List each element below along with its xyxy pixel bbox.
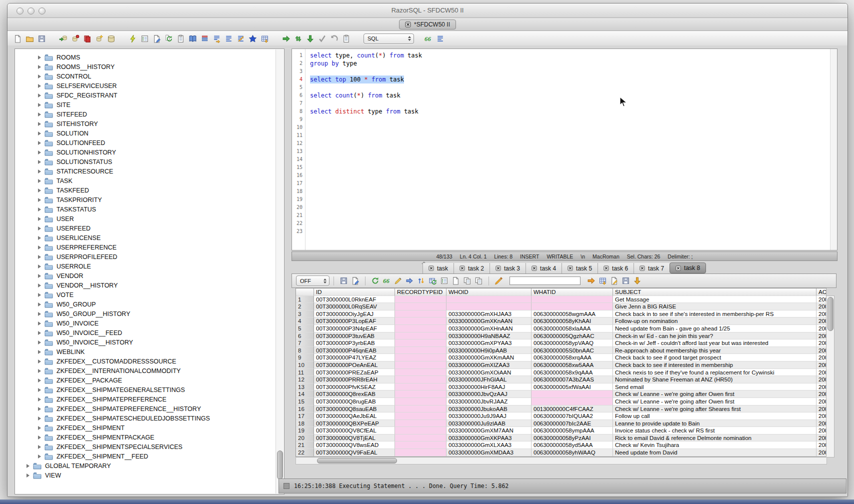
stop-icon[interactable] — [83, 34, 92, 43]
tree-item-taskstatus[interactable]: TASKSTATUS — [16, 204, 276, 214]
cell-id[interactable]: 00T3000000P3N4pEAF — [314, 325, 395, 332]
cell-subject[interactable]: Follow up call — [613, 412, 816, 420]
tree-item-task[interactable]: TASK — [16, 176, 276, 186]
cell-rownum[interactable]: 16 — [296, 406, 314, 413]
database-icon[interactable] — [107, 34, 116, 43]
bookmark-icon[interactable] — [188, 34, 197, 43]
column-header-id[interactable]: ID — [314, 288, 395, 296]
disclosure-triangle-icon[interactable] — [38, 350, 41, 354]
editor-line-15[interactable]: 15 — [292, 164, 837, 172]
editor-line-9[interactable]: 9 — [292, 116, 837, 124]
close-tab-icon[interactable] — [405, 22, 411, 28]
tree-item-scontrol[interactable]: SCONTROL — [16, 72, 276, 81]
import-icon[interactable] — [260, 34, 269, 43]
cell-id[interactable]: 00T3000000L0RqSEAV — [314, 303, 395, 310]
cell-subject[interactable]: Need update from Bain - gave go ahead 1/… — [613, 325, 816, 332]
highlight-icon[interactable] — [494, 276, 503, 285]
disclosure-triangle-icon[interactable] — [38, 246, 41, 250]
cell-ac[interactable]: 200 — [816, 354, 826, 362]
cell-id[interactable]: 00T3000000Q8rugEAB — [314, 398, 395, 406]
refresh-results-icon[interactable] — [371, 276, 380, 285]
cell-id[interactable]: 00T3000000QV9FaEAL — [314, 449, 395, 456]
fetch-all-icon[interactable] — [306, 34, 314, 43]
disclosure-triangle-icon[interactable] — [26, 474, 30, 478]
disclosure-triangle-icon[interactable] — [38, 188, 41, 192]
cell-rownum[interactable]: 3 — [296, 310, 314, 318]
disclosure-triangle-icon[interactable] — [38, 274, 41, 278]
results-vertical-scrollbar[interactable] — [826, 296, 834, 458]
editor-line-10[interactable]: 10 — [292, 124, 837, 132]
resubmit-icon[interactable] — [294, 34, 302, 43]
cell-subject[interactable]: Invoice status check - check w/ RS first — [613, 427, 816, 434]
cell-recordtypeid[interactable] — [395, 325, 446, 332]
editor-line-21[interactable]: 21 — [292, 212, 837, 220]
disclosure-triangle-icon[interactable] — [38, 426, 41, 430]
cell-recordtypeid[interactable] — [395, 398, 446, 406]
view-contents-icon[interactable] — [176, 34, 185, 43]
row-limit-select-stepper[interactable] — [322, 277, 328, 284]
tree-item-zkfedex-shipmategeneralsettings[interactable]: ZKFEDEX__SHIPMATEGENERALSETTINGS — [16, 385, 276, 394]
disclosure-triangle-icon[interactable] — [38, 436, 41, 440]
document-tab[interactable]: *SFDCW50 II — [399, 20, 456, 30]
cell-whoid[interactable]: 0033000000GmXHJAA3 — [446, 310, 532, 318]
cell-ac[interactable]: 200 — [816, 384, 826, 391]
tree-item-selfserviceuser[interactable]: SELFSERVICEUSER — [16, 81, 276, 90]
cell-subject[interactable]: Check back to see if interested in membe… — [613, 362, 816, 369]
cell-id[interactable]: 00T3000000P3yrbEAB — [314, 340, 395, 347]
cell-ac[interactable]: 200 — [816, 340, 826, 347]
cell-whatid[interactable]: 0013000000C4fFCAAZ — [532, 406, 613, 413]
cell-rownum[interactable]: 18 — [296, 420, 314, 428]
cell-subject[interactable]: Check-in w/ Ed - can he join this year? — [613, 332, 816, 340]
cell-whoid[interactable]: 0033000000JFhGlAAL — [446, 376, 532, 384]
cell-ac[interactable]: 200 — [816, 303, 826, 310]
cell-rownum[interactable]: 12 — [296, 376, 314, 384]
editor-line-17[interactable]: 17 — [292, 180, 837, 188]
editor-line-19[interactable]: 19 — [292, 196, 837, 204]
cell-ac[interactable]: 200 — [816, 362, 826, 369]
column-header-subject[interactable]: SUBJECT — [613, 288, 816, 296]
tree-item-userprofilefeed[interactable]: USERPROFILEFEED — [16, 252, 276, 262]
disclosure-triangle-icon[interactable] — [38, 160, 41, 164]
cell-recordtypeid[interactable] — [395, 376, 446, 384]
disclosure-triangle-icon[interactable] — [38, 170, 41, 174]
tree-item-zkfedex-shipmatepreference-history[interactable]: ZKFEDEX__SHIPMATEPREFERENCE__HISTORY — [16, 404, 276, 414]
cell-subject[interactable]: Send email — [613, 384, 816, 391]
cell-rownum[interactable]: 13 — [296, 384, 314, 391]
cell-recordtypeid[interactable] — [395, 427, 446, 434]
tree-item-solutionstatus[interactable]: SOLUTIONSTATUS — [16, 157, 276, 166]
column-header-whatid[interactable]: WHATID — [532, 288, 613, 296]
cell-id[interactable]: 00T3000000Q8sauEAB — [314, 406, 395, 413]
cell-id[interactable]: 00T3000000POeAnEAL — [314, 362, 395, 369]
cell-whatid[interactable]: 00630000007A3bZAAS — [532, 376, 613, 384]
cell-whoid[interactable]: 0033000000GmXM7AAN — [446, 427, 532, 434]
cell-recordtypeid[interactable] — [395, 406, 446, 413]
tree-item-global-temporary[interactable]: GLOBAL TEMPORARY — [16, 461, 276, 470]
cell-whatid[interactable]: 006300000058ympAAA — [532, 427, 613, 434]
cell-rownum[interactable]: 22 — [296, 449, 314, 456]
cell-subject[interactable]: Check-in w/ Jeff - couldn't afford last … — [613, 340, 816, 347]
cell-rownum[interactable]: 19 — [296, 427, 314, 434]
cell-recordtypeid[interactable] — [395, 434, 446, 442]
cell-ac[interactable]: 200 — [816, 296, 826, 304]
cell-whoid[interactable]: 0033000000Ju9J9AAJ — [446, 412, 532, 420]
export-table-icon[interactable] — [598, 276, 607, 285]
disclosure-triangle-icon[interactable] — [38, 56, 41, 60]
tree-item-zkfedex-shipmatescheduledjobssettings[interactable]: ZKFEDEX__SHIPMATESCHEDULEDJOBSSETTINGS — [16, 414, 276, 423]
cell-ac[interactable]: 200 — [816, 369, 826, 376]
sort-search-icon[interactable] — [417, 276, 426, 285]
tree-item-rooms[interactable]: ROOMS — [16, 52, 276, 62]
execute-sql-icon[interactable] — [128, 34, 137, 43]
editor-line-13[interactable]: 13 — [292, 148, 837, 156]
cell-id[interactable]: 00T3000000PREZaEAP — [314, 369, 395, 376]
quote-results-icon[interactable]: 66 — [382, 276, 391, 285]
disclosure-triangle-icon[interactable] — [38, 179, 41, 183]
cell-rownum[interactable]: 2 — [296, 303, 314, 310]
results-list-icon[interactable] — [436, 34, 444, 43]
cell-whatid[interactable]: 006300000058x9qAAA — [532, 369, 613, 376]
editor-line-1[interactable]: 1select type, count(*) from task — [292, 52, 837, 60]
cell-rownum[interactable]: 8 — [296, 347, 314, 354]
cell-ac[interactable]: 200 — [816, 442, 826, 449]
cell-rownum[interactable]: 6 — [296, 332, 314, 340]
cell-whoid[interactable]: 0033000000GmXIZAA3 — [446, 362, 532, 369]
tree-item-zkfedex-package[interactable]: ZKFEDEX__PACKAGE — [16, 376, 276, 385]
